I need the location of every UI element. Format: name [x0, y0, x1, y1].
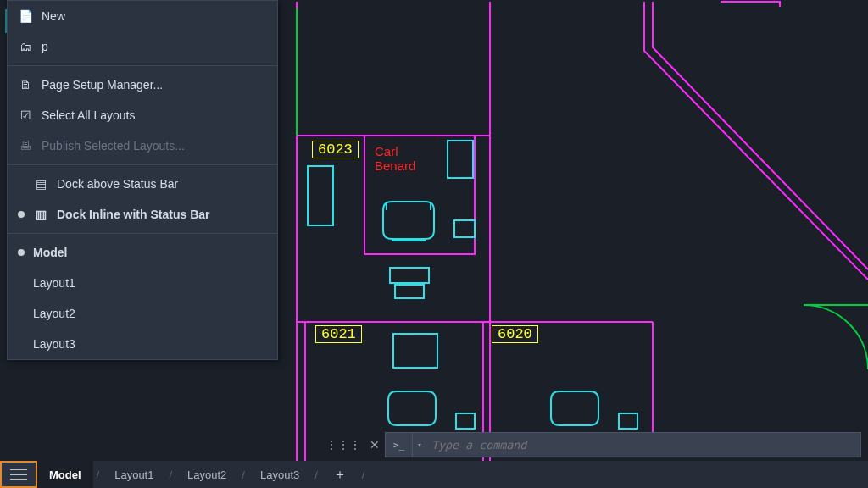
tab-divider: / [93, 461, 103, 488]
svg-rect-0 [308, 166, 333, 225]
menu-from-template[interactable]: 🗂 p [8, 31, 277, 62]
room-label-6021: 6021 [315, 325, 362, 343]
menu-separator [8, 164, 277, 165]
menu-new-layout[interactable]: 📄 New [8, 1, 277, 31]
add-layout-button[interactable]: ＋ [321, 461, 359, 488]
tab-divider: / [165, 461, 175, 488]
menu-layout2[interactable]: Layout2 [8, 298, 277, 329]
radio-on-icon [18, 249, 25, 256]
radio-off-icon [18, 341, 25, 347]
menu-publish-selected: 🖶 Publish Selected Layouts... [8, 130, 277, 161]
radio-off-icon [18, 280, 25, 286]
select-all-icon: ☑ [18, 108, 33, 123]
radio-off-icon [18, 180, 25, 187]
template-icon: 🗂 [18, 39, 33, 54]
command-line: >_ ▾ [385, 432, 861, 458]
tab-model[interactable]: Model [37, 461, 93, 488]
page-setup-icon: 🗎 [18, 77, 33, 92]
layout-menu-button[interactable] [0, 461, 37, 488]
svg-rect-7 [619, 413, 637, 429]
svg-rect-3 [390, 268, 429, 283]
menu-separator [8, 65, 277, 66]
radio-on-icon [18, 211, 25, 218]
menu-dock-inline[interactable]: ▥ Dock Inline with Status Bar [8, 199, 277, 230]
menu-separator [8, 233, 277, 234]
menu-select-all-layouts[interactable]: ☑ Select All Layouts [8, 100, 277, 130]
menu-dock-above[interactable]: ▤ Dock above Status Bar [8, 169, 277, 199]
menu-layout3[interactable]: Layout3 [8, 329, 277, 359]
svg-rect-1 [448, 141, 473, 178]
tab-divider: / [359, 461, 369, 488]
menu-model[interactable]: Model [8, 237, 277, 268]
page-icon: 📄 [18, 8, 33, 24]
menu-page-setup[interactable]: 🗎 Page Setup Manager... [8, 69, 277, 100]
menu-layout1[interactable]: Layout1 [8, 268, 277, 298]
layout-context-menu: 📄 New 🗂 p 🗎 Page Setup Manager... ☑ Sele… [7, 0, 278, 360]
publish-icon: 🖶 [18, 138, 33, 153]
svg-rect-2 [454, 220, 475, 237]
svg-rect-5 [393, 334, 437, 368]
radio-off-icon [18, 310, 25, 317]
person-name-label: Carl Benard [375, 144, 415, 174]
grip-icon[interactable]: ⋮⋮⋮ [326, 438, 361, 452]
close-icon[interactable]: ✕ [370, 438, 380, 452]
svg-rect-6 [456, 413, 475, 429]
command-history-dropdown[interactable]: ▾ [413, 441, 426, 449]
layout-tab-bar: Model / Layout1 / Layout2 / Layout3 / ＋ … [0, 461, 868, 488]
tab-divider: / [238, 461, 248, 488]
command-input[interactable] [426, 439, 860, 452]
room-label-6023: 6023 [312, 141, 359, 158]
dock-inline-icon: ▥ [33, 207, 48, 222]
tab-divider: / [311, 461, 321, 488]
dock-above-icon: ▤ [33, 176, 48, 191]
tab-layout2[interactable]: Layout2 [175, 461, 238, 488]
command-prompt-icon[interactable]: >_ [386, 433, 413, 457]
tab-layout1[interactable]: Layout1 [103, 461, 165, 488]
svg-rect-4 [395, 285, 424, 298]
tab-layout3[interactable]: Layout3 [248, 461, 311, 488]
room-label-6020: 6020 [492, 325, 538, 343]
